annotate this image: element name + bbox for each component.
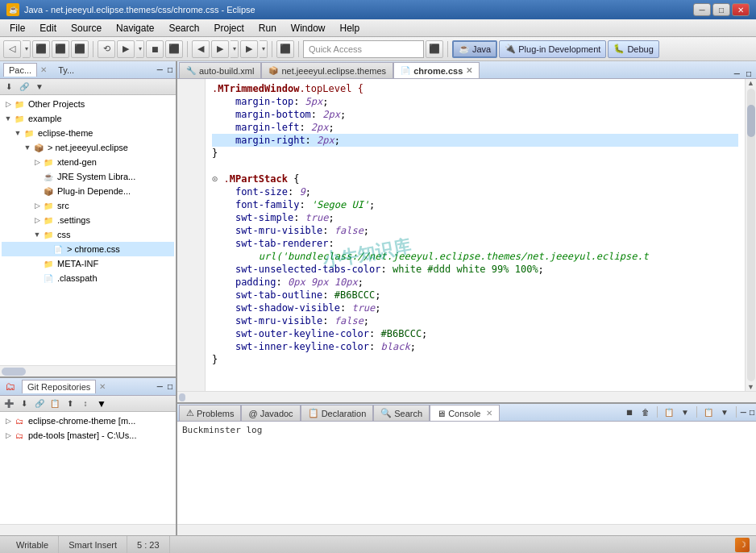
scroll-up-btn[interactable]: ▲ (747, 79, 754, 87)
console-minimize[interactable]: ─ (741, 408, 746, 417)
toolbar-btn-4[interactable]: ⟲ (98, 40, 115, 58)
editor-maximize[interactable]: □ (743, 69, 754, 78)
minimize-git[interactable]: ─ (157, 382, 163, 391)
git-btn-2[interactable]: ⬇ (17, 397, 31, 410)
tab-git-repos[interactable]: Git Repositories (22, 380, 96, 393)
toolbar-btn-11[interactable]: ⬛ (276, 40, 294, 58)
perspective-plugin[interactable]: 🔌 Plug-in Development (499, 40, 606, 58)
code-line: padding: 0px 9px 10px; (212, 276, 738, 289)
pkg-hscrollbar[interactable] (0, 365, 176, 376)
tab-chrome-css[interactable]: 📄 chrome.css ✕ (393, 62, 480, 78)
tab-net-jeeeyul[interactable]: 📦 net.jeeeyul.eclipse.themes (261, 62, 393, 78)
menu-file[interactable]: File (3, 21, 31, 35)
perspective-debug[interactable]: 🐛 Debug (608, 40, 658, 58)
close-chrome-css-tab[interactable]: ✕ (466, 66, 472, 75)
perspective-java[interactable]: ☕ Java (452, 40, 497, 58)
git-btn-4[interactable]: 📋 (48, 397, 62, 410)
tab-problems[interactable]: ⚠ Problems (179, 405, 241, 421)
bottom-panel: ⚠ Problems @ Javadoc 📋 Declaration 🔍 Sea… (177, 402, 756, 535)
tree-item-xtend-gen[interactable]: ▷ 📁 xtend-gen (2, 155, 174, 169)
console-hscrollbar[interactable] (177, 524, 756, 535)
tree-item-chrome-css[interactable]: 📄 > chrome.css (2, 242, 174, 256)
git-btn-1[interactable]: ➕ (2, 397, 16, 410)
tree-item-other-projects[interactable]: ▷ 📁 Other Projects (2, 97, 174, 111)
tree-item-plugin-deps[interactable]: 📦 Plug-in Depende... (2, 184, 174, 198)
quick-access-input[interactable]: Quick Access (303, 40, 424, 58)
back-button[interactable]: ◁ (3, 40, 21, 58)
editor-hscrollbar[interactable] (177, 391, 756, 402)
menu-source[interactable]: Source (64, 21, 108, 35)
toolbar-btn-6[interactable]: ⏹ (146, 40, 164, 58)
toolbar-btn-7[interactable]: ⬛ (165, 40, 183, 58)
scroll-down-btn[interactable]: ▼ (747, 383, 754, 391)
git-hscrollbar[interactable] (0, 524, 176, 535)
toolbar-btn-5[interactable]: ▶ (117, 40, 135, 58)
console-maximize[interactable]: □ (750, 408, 754, 417)
toolbar-btn-3[interactable]: ⬛ (71, 40, 89, 58)
close-button[interactable]: ✕ (732, 3, 750, 16)
tree-item-jre[interactable]: ☕ JRE System Libra... (2, 169, 174, 184)
menu-navigate[interactable]: Navigate (110, 21, 160, 35)
console-btn-6[interactable]: ▼ (717, 405, 732, 418)
java-icon: ☕ (42, 170, 55, 183)
tree-item-css[interactable]: ▼ 📁 css (2, 227, 174, 242)
editor-vscrollbar[interactable]: ▲ ▼ (745, 79, 756, 391)
maximize-pkg[interactable]: □ (168, 65, 172, 74)
tree-item-meta-inf[interactable]: 📁 META-INF (2, 256, 174, 271)
nav-dropdown[interactable]: ▾ (231, 40, 239, 58)
nav-dropdown-2[interactable]: ▾ (260, 40, 268, 58)
toolbar-btn-8[interactable]: ◀ (192, 40, 210, 58)
tree-item-example[interactable]: ▼ 📁 example (2, 111, 174, 126)
menu-search[interactable]: Search (162, 21, 206, 35)
maximize-git[interactable]: □ (168, 382, 172, 391)
git-btn-6[interactable]: ↕ (78, 397, 93, 410)
tab-javadoc[interactable]: @ Javadoc (241, 405, 300, 421)
close-git-tab[interactable]: ✕ (99, 382, 106, 391)
toolbar-btn-1[interactable]: ⬛ (32, 40, 50, 58)
tree-item-settings[interactable]: ▷ 📁 .settings (2, 213, 174, 227)
pkg-toolbar-btn-1[interactable]: ▼ (32, 81, 47, 94)
toolbar-separator-2 (187, 41, 188, 57)
toolbar-btn-9[interactable]: ▶ (211, 40, 229, 58)
back-dropdown[interactable]: ▾ (23, 40, 31, 58)
minimize-button[interactable]: ─ (693, 3, 711, 16)
git-repo-1[interactable]: ▷ 🗂 eclipse-chrome-theme [m... (2, 414, 174, 428)
git-btn-3[interactable]: 🔗 (32, 397, 47, 410)
console-icon: 🖥 (437, 409, 446, 418)
maximize-button[interactable]: □ (712, 3, 730, 16)
menu-run[interactable]: Run (252, 21, 283, 35)
editor-minimize[interactable]: ─ (731, 69, 743, 78)
toolbar-btn-2[interactable]: ⬛ (52, 40, 69, 58)
tab-type-hierarchy[interactable]: Ty... (53, 64, 79, 77)
toolbar-btn-10[interactable]: ▶ (240, 40, 258, 58)
tree-item-classpath[interactable]: 📄 .classpath (2, 271, 174, 285)
minimize-pkg[interactable]: ─ (157, 65, 163, 74)
menu-edit[interactable]: Edit (33, 21, 63, 35)
tree-item-src[interactable]: ▷ 📁 src (2, 198, 174, 213)
console-btn-3[interactable]: 📋 (662, 405, 676, 418)
code-editor[interactable]: .MTrimmedWindow.topLevel { margin-top: 5… (206, 79, 745, 391)
tab-console[interactable]: 🖥 Console ✕ (430, 405, 500, 421)
menu-help[interactable]: Help (334, 21, 367, 35)
link-editor-btn[interactable]: 🔗 (17, 81, 31, 94)
tab-auto-build[interactable]: 🔧 auto-build.xml (179, 62, 261, 78)
console-btn-4[interactable]: ▼ (678, 405, 692, 418)
collapse-all-btn[interactable]: ⬇ (2, 81, 16, 94)
console-btn-5[interactable]: 📋 (701, 405, 716, 418)
tree-item-eclipse-theme[interactable]: ▼ 📁 eclipse-theme (2, 126, 174, 140)
git-repo-2[interactable]: ▷ 🗂 pde-tools [master] - C:\Us... (2, 428, 174, 443)
console-btn-2[interactable]: 🗑 (638, 405, 653, 418)
tab-package-explorer[interactable]: Pac... (3, 63, 37, 77)
close-pkg-tab[interactable]: ✕ (40, 65, 47, 74)
tree-item-net-jeeeyul[interactable]: ▼ 📦 > net.jeeeyul.eclipse (2, 140, 174, 155)
console-btn-1[interactable]: ⏹ (622, 405, 637, 418)
code-line: swt-simple: true; (212, 211, 738, 224)
toolbar-btn-12[interactable]: ⬛ (426, 40, 443, 58)
tab-declaration[interactable]: 📋 Declaration (301, 405, 374, 421)
menu-window[interactable]: Window (285, 21, 332, 35)
close-console-tab[interactable]: ✕ (486, 409, 492, 418)
menu-project[interactable]: Project (207, 21, 250, 35)
tab-search[interactable]: 🔍 Search (373, 405, 430, 421)
run-dropdown[interactable]: ▾ (136, 40, 144, 58)
git-btn-5[interactable]: ⬆ (63, 397, 77, 410)
